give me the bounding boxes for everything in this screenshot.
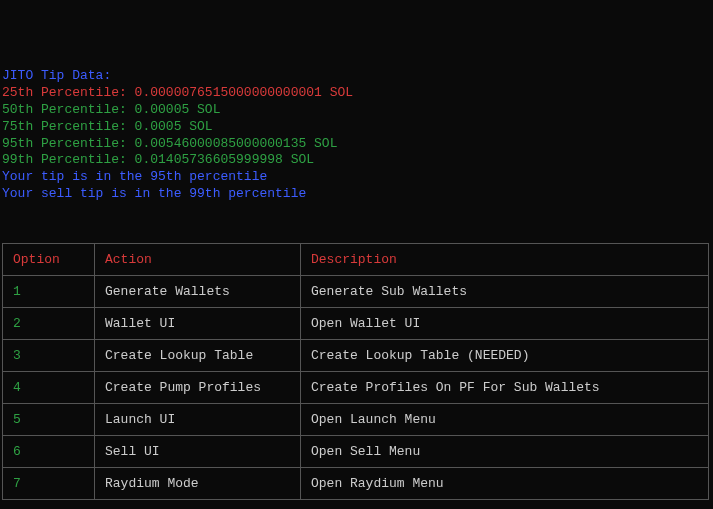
option-cell: 3 xyxy=(3,340,95,372)
description-cell: Create Profiles On PF For Sub Wallets xyxy=(301,372,709,404)
header-action: Action xyxy=(95,244,301,276)
option-cell: 5 xyxy=(3,404,95,436)
option-cell: 6 xyxy=(3,436,95,468)
option-cell: 2 xyxy=(3,308,95,340)
table-row[interactable]: 1Generate WalletsGenerate Sub Wallets xyxy=(3,276,709,308)
percentile-95: 95th Percentile: 0.00546000085000000135 … xyxy=(2,136,709,153)
jito-tip-data-block: JITO Tip Data: 25th Percentile: 0.000007… xyxy=(2,68,709,203)
header-option: Option xyxy=(3,244,95,276)
option-cell: 7 xyxy=(3,468,95,500)
description-cell: Create Lookup Table (NEEDED) xyxy=(301,340,709,372)
description-cell: Generate Sub Wallets xyxy=(301,276,709,308)
header-description: Description xyxy=(301,244,709,276)
percentile-25: 25th Percentile: 0.000007651500000000000… xyxy=(2,85,709,102)
table-row[interactable]: 3Create Lookup TableCreate Lookup Table … xyxy=(3,340,709,372)
your-sell-tip-status: Your sell tip is in the 99th percentile xyxy=(2,186,709,203)
action-cell: Sell UI xyxy=(95,436,301,468)
description-cell: Open Raydium Menu xyxy=(301,468,709,500)
action-cell: Create Pump Profiles xyxy=(95,372,301,404)
table-row[interactable]: 5 Launch UIOpen Launch Menu xyxy=(3,404,709,436)
your-tip-status: Your tip is in the 95th percentile xyxy=(2,169,709,186)
table-header-row: Option Action Description xyxy=(3,244,709,276)
description-cell: Open Launch Menu xyxy=(301,404,709,436)
table-row[interactable]: 6Sell UIOpen Sell Menu xyxy=(3,436,709,468)
table-row[interactable]: 2Wallet UIOpen Wallet UI xyxy=(3,308,709,340)
percentile-50: 50th Percentile: 0.00005 SOL xyxy=(2,102,709,119)
option-cell: 4 xyxy=(3,372,95,404)
action-cell: Raydium Mode xyxy=(95,468,301,500)
description-cell: Open Sell Menu xyxy=(301,436,709,468)
action-cell: Generate Wallets xyxy=(95,276,301,308)
percentile-75: 75th Percentile: 0.0005 SOL xyxy=(2,119,709,136)
action-cell: Wallet UI xyxy=(95,308,301,340)
percentile-99: 99th Percentile: 0.01405736605999998 SOL xyxy=(2,152,709,169)
option-cell: 1 xyxy=(3,276,95,308)
tip-data-header: JITO Tip Data: xyxy=(2,68,709,85)
action-cell: Launch UI xyxy=(95,404,301,436)
table-row[interactable]: 7Raydium ModeOpen Raydium Menu xyxy=(3,468,709,500)
description-cell: Open Wallet UI xyxy=(301,308,709,340)
table-row[interactable]: 4Create Pump ProfilesCreate Profiles On … xyxy=(3,372,709,404)
menu-table: Option Action Description 1Generate Wall… xyxy=(2,243,709,500)
action-cell: Create Lookup Table xyxy=(95,340,301,372)
